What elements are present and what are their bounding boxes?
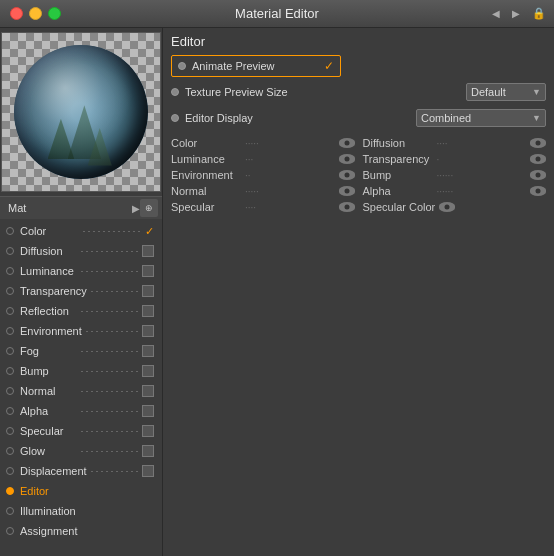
- channel-dots: ······: [437, 170, 527, 181]
- window-title: Material Editor: [235, 6, 319, 21]
- nav-item-label: Normal: [20, 385, 77, 397]
- channel-normal-label: Normal: [171, 185, 241, 197]
- nav-item-label: Alpha: [20, 405, 77, 417]
- nav-item-label: Specular: [20, 425, 77, 437]
- nav-dot: [6, 367, 14, 375]
- mat-icon-button[interactable]: ⊕: [140, 199, 158, 217]
- channel-specular: Specular ····: [171, 201, 355, 213]
- nav-box: [142, 365, 154, 377]
- channel-dots: ·····: [245, 138, 335, 149]
- nav-item-label: Fog: [20, 345, 77, 357]
- channel-diffusion: Diffusion ····: [363, 137, 547, 149]
- title-bar: Material Editor ◀ ▶ 🔒: [0, 0, 554, 28]
- channel-dots: ·····: [245, 186, 335, 197]
- channel-environment-eye-icon[interactable]: [339, 170, 355, 180]
- nav-box: [142, 425, 154, 437]
- channel-transparency-label: Transparency: [363, 153, 433, 165]
- channel-transparency-eye-icon[interactable]: [530, 154, 546, 164]
- channel-environment: Environment ··: [171, 169, 355, 181]
- forward-arrow-icon[interactable]: ▶: [508, 6, 524, 22]
- channel-alpha-eye-icon[interactable]: [530, 186, 546, 196]
- mat-label-row: Mat ▶ ⊕: [0, 196, 162, 219]
- nav-item-label-active: Editor: [20, 485, 154, 497]
- nav-item-specular[interactable]: Specular: [0, 421, 162, 441]
- nav-item-reflection[interactable]: Reflection: [0, 301, 162, 321]
- channel-specular-eye-icon[interactable]: [339, 202, 355, 212]
- nav-dots-line: [81, 251, 138, 252]
- nav-item-label: Color: [20, 225, 79, 237]
- nav-dots-line: [86, 331, 138, 332]
- nav-item-color[interactable]: Color ✓: [0, 221, 162, 241]
- nav-dot: [6, 327, 14, 335]
- channel-bump-eye-icon[interactable]: [530, 170, 546, 180]
- back-arrow-icon[interactable]: ◀: [488, 6, 504, 22]
- nav-box: [142, 285, 154, 297]
- channel-diffusion-eye-icon[interactable]: [530, 138, 546, 148]
- animate-preview-row[interactable]: Animate Preview ✓: [171, 55, 341, 77]
- nav-item-displacement[interactable]: Displacement: [0, 461, 162, 481]
- channel-transparency: Transparency ·: [363, 153, 547, 165]
- channel-specular-label: Specular: [171, 201, 241, 213]
- nav-item-normal[interactable]: Normal: [0, 381, 162, 401]
- maximize-button[interactable]: [48, 7, 61, 20]
- channel-specular-color-eye-icon[interactable]: [439, 202, 455, 212]
- nav-item-label: Displacement: [20, 465, 87, 477]
- nav-dots-line: [81, 391, 138, 392]
- display-select[interactable]: Combined ▼: [416, 109, 546, 127]
- nav-item-transparency[interactable]: Transparency: [0, 281, 162, 301]
- right-panel: Editor Animate Preview ✓ Texture Preview…: [163, 28, 554, 556]
- nav-item-assignment[interactable]: Assignment: [0, 521, 162, 541]
- nav-item-environment[interactable]: Environment: [0, 321, 162, 341]
- nav-item-glow[interactable]: Glow: [0, 441, 162, 461]
- nav-box: [142, 385, 154, 397]
- texture-preview-row: Texture Preview Size Default ▼: [171, 83, 546, 101]
- nav-dot: [6, 407, 14, 415]
- nav-dots-line: [91, 291, 138, 292]
- texture-size-select[interactable]: Default ▼: [466, 83, 546, 101]
- channel-specular-color-label: Specular Color: [363, 201, 436, 213]
- channel-normal-eye-icon[interactable]: [339, 186, 355, 196]
- nav-item-label: Bump: [20, 365, 77, 377]
- mat-arrow-icon: ▶: [132, 203, 140, 214]
- nav-dot: [6, 507, 14, 515]
- nav-item-fog[interactable]: Fog: [0, 341, 162, 361]
- nav-dot: [6, 447, 14, 455]
- nav-box: [142, 245, 154, 257]
- nav-dot-active: [6, 487, 14, 495]
- preview-area: [1, 32, 161, 192]
- nav-box: [142, 345, 154, 357]
- close-button[interactable]: [10, 7, 23, 20]
- channel-luminance: Luminance ···: [171, 153, 355, 165]
- nav-dot: [6, 527, 14, 535]
- animate-dot: [178, 62, 186, 70]
- nav-item-alpha[interactable]: Alpha: [0, 401, 162, 421]
- nav-dot: [6, 287, 14, 295]
- channel-color-eye-icon[interactable]: [339, 138, 355, 148]
- channel-dots: ·: [437, 154, 527, 165]
- nav-item-label: Reflection: [20, 305, 77, 317]
- nav-checkmark: ✓: [145, 225, 154, 238]
- channel-luminance-eye-icon[interactable]: [339, 154, 355, 164]
- left-nav: Color ✓ Diffusion Luminance Trans: [0, 219, 162, 556]
- nav-dots-line: [81, 371, 138, 372]
- nav-item-editor[interactable]: Editor: [0, 481, 162, 501]
- nav-dots-line: [81, 411, 138, 412]
- main-layout: Mat ▶ ⊕ Color ✓ Diffusion Lumi: [0, 28, 554, 556]
- sphere-surface: [14, 45, 148, 179]
- channel-dots: ···: [245, 154, 335, 165]
- nav-item-illumination[interactable]: Illumination: [0, 501, 162, 521]
- title-bar-icons: ◀ ▶ 🔒: [488, 6, 546, 22]
- nav-dots-line: [81, 271, 138, 272]
- sphere-preview: [14, 45, 148, 179]
- nav-item-label: Diffusion: [20, 245, 77, 257]
- minimize-button[interactable]: [29, 7, 42, 20]
- nav-item-bump[interactable]: Bump: [0, 361, 162, 381]
- nav-item-diffusion[interactable]: Diffusion: [0, 241, 162, 261]
- nav-dot: [6, 427, 14, 435]
- section-label: Editor: [171, 34, 546, 49]
- nav-item-luminance[interactable]: Luminance: [0, 261, 162, 281]
- nav-item-label: Illumination: [20, 505, 154, 517]
- display-row: Editor Display Combined ▼: [171, 109, 546, 127]
- nav-item-label: Assignment: [20, 525, 154, 537]
- nav-dot: [6, 387, 14, 395]
